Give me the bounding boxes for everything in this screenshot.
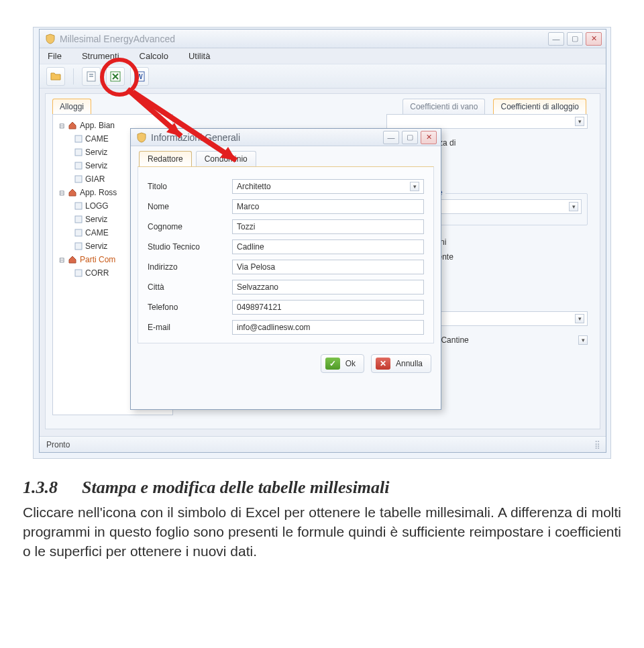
menubar: File Strumenti Calcolo Utilità xyxy=(40,48,606,64)
heading-title: Stampa e modifica delle tabelle millesim… xyxy=(82,478,390,498)
dialog-tab-redattore[interactable]: Redattore xyxy=(139,151,192,166)
svg-rect-9 xyxy=(75,176,82,182)
dialog-maximize-button[interactable]: ▢ xyxy=(402,131,418,144)
info-icon[interactable] xyxy=(82,67,101,86)
section-paragraph: Cliccare nell'icona con il simbolo di Ex… xyxy=(23,503,621,561)
svg-rect-11 xyxy=(75,216,82,223)
titolo-combo[interactable]: Architetto ▾ xyxy=(232,179,424,194)
collapse-icon[interactable]: ⊟ xyxy=(58,189,65,197)
chevron-down-icon: ▾ xyxy=(569,202,578,211)
menu-calcolo[interactable]: Calcolo xyxy=(140,51,168,61)
svg-rect-7 xyxy=(75,149,82,156)
close-button[interactable]: ✕ xyxy=(586,32,602,46)
chevron-down-icon: ▾ xyxy=(578,335,588,345)
toolbar-separator xyxy=(73,68,74,85)
svg-rect-13 xyxy=(75,243,82,250)
folder-icon[interactable] xyxy=(46,67,65,86)
resize-grip-icon[interactable]: ⣿ xyxy=(594,440,599,449)
svg-rect-1 xyxy=(89,74,93,75)
tab-coeff-vano[interactable]: Coefficienti di vano xyxy=(402,99,485,114)
house-icon xyxy=(68,121,77,130)
dialog-close-button[interactable]: ✕ xyxy=(421,131,437,144)
email-input[interactable]: info@cadlinesw.com xyxy=(232,320,424,335)
status-text: Pronto xyxy=(46,440,70,449)
chevron-down-icon: ▾ xyxy=(575,314,584,323)
menu-file[interactable]: File xyxy=(48,51,62,61)
main-titlebar: Millesimal EnergyAdvanced — ▢ ✕ xyxy=(40,30,606,48)
maximize-button[interactable]: ▢ xyxy=(567,32,583,46)
toolbar: W xyxy=(40,64,606,89)
menu-utilita[interactable]: Utilità xyxy=(189,51,211,61)
field-label: Indirizzo xyxy=(148,262,225,272)
field-label: Telefono xyxy=(148,303,225,312)
app-title: Millesimal EnergyAdvanced xyxy=(60,34,175,44)
field-label: Titolo xyxy=(148,182,225,191)
cancel-button[interactable]: ✕ Annulla xyxy=(371,354,431,373)
ok-button[interactable]: ✓ Ok xyxy=(321,354,364,373)
collapse-icon[interactable]: ⊟ xyxy=(58,256,65,264)
field-label: E-mail xyxy=(148,323,225,332)
dialog-title: Informazioni Generali xyxy=(151,132,240,143)
dialog-minimize-button[interactable]: — xyxy=(383,131,399,144)
dialog-body: Titolo Architetto ▾ Nome Marco Cognome T… xyxy=(138,166,434,343)
svg-rect-10 xyxy=(75,203,82,209)
collapse-icon[interactable]: ⊟ xyxy=(58,122,65,129)
indirizzo-input[interactable]: Via Pelosa xyxy=(232,260,424,274)
x-icon: ✕ xyxy=(376,358,390,370)
field-label: Cognome xyxy=(148,222,225,231)
svg-rect-6 xyxy=(75,136,82,142)
tab-coeff-alloggio[interactable]: Coefficienti di alloggio xyxy=(493,99,586,114)
svg-rect-14 xyxy=(75,270,82,276)
studio-input[interactable]: Cadline xyxy=(232,239,424,254)
menu-strumenti[interactable]: Strumenti xyxy=(82,51,119,61)
dialog-tab-condominio[interactable]: Condominio xyxy=(196,151,256,166)
tab-alloggi[interactable]: Alloggi xyxy=(52,99,91,114)
excel-icon[interactable] xyxy=(106,67,125,86)
statusbar: Pronto ⣿ xyxy=(40,436,606,452)
application-screenshot: Millesimal EnergyAdvanced — ▢ ✕ File Str… xyxy=(33,27,611,459)
section-heading: 1.3.8 Stampa e modifica delle tabelle mi… xyxy=(23,478,621,498)
check-icon: ✓ xyxy=(325,358,340,370)
doc-icon xyxy=(74,135,83,143)
svg-rect-12 xyxy=(75,229,82,236)
field-label: Studio Tecnico xyxy=(148,242,225,252)
chevron-down-icon: ▾ xyxy=(575,117,584,126)
app-shield-icon xyxy=(136,132,147,143)
citta-input[interactable]: Selvazzano xyxy=(232,280,424,294)
dialog-titlebar: Informazioni Generali — ▢ ✕ xyxy=(131,129,441,146)
combo-field[interactable]: ▾ xyxy=(386,114,588,129)
field-label: Città xyxy=(148,282,225,292)
minimize-button[interactable]: — xyxy=(548,32,564,46)
svg-text:W: W xyxy=(136,73,143,80)
app-shield-icon xyxy=(45,34,56,44)
telefono-input[interactable]: 0498974121 xyxy=(232,300,424,315)
word-icon[interactable]: W xyxy=(130,67,149,86)
chevron-down-icon: ▾ xyxy=(410,182,419,191)
cognome-input[interactable]: Tozzi xyxy=(232,219,424,234)
info-dialog: Informazioni Generali — ▢ ✕ Redattore Co… xyxy=(130,128,441,410)
heading-number: 1.3.8 xyxy=(23,478,63,498)
nome-input[interactable]: Marco xyxy=(232,199,424,214)
svg-rect-8 xyxy=(75,162,82,169)
field-label: Nome xyxy=(148,202,225,211)
svg-rect-2 xyxy=(89,76,93,77)
